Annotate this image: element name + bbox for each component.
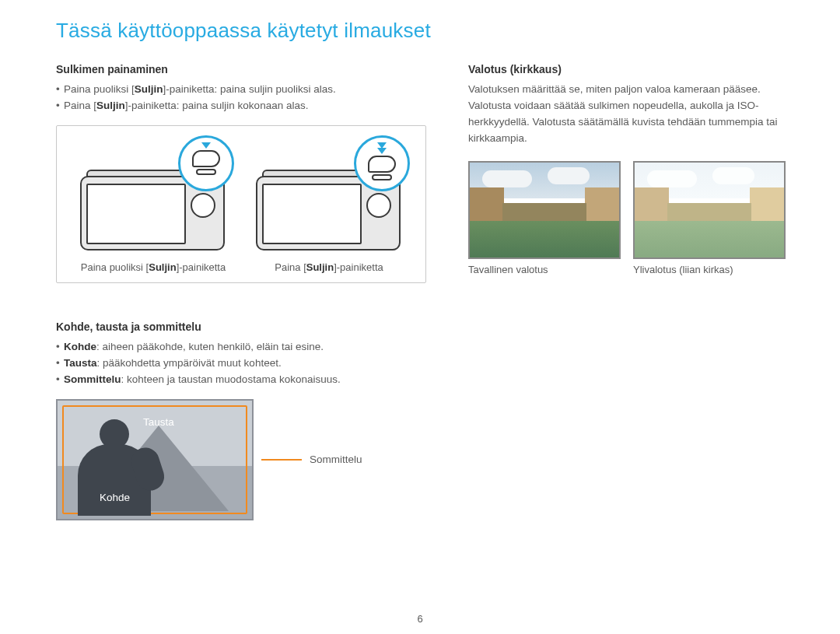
bold: Sommittelu — [64, 373, 121, 385]
composition-bullets: Kohde: aiheen pääkohde, kuten henkilö, e… — [56, 339, 426, 388]
bold: Kohde — [64, 341, 96, 352]
text: ]-painiketta: paina suljin kokonaan alas… — [125, 100, 309, 111]
cloud-icon — [647, 170, 697, 187]
river — [470, 221, 619, 257]
exposure-header: Valotus (kirkkaus) — [468, 63, 786, 75]
composition-bullet-3: Sommittelu: kohteen ja taustan muodostam… — [56, 372, 426, 388]
text: ]-painiketta — [177, 261, 226, 273]
shutter-button-icon — [196, 169, 216, 175]
thumb-icon — [368, 156, 396, 173]
text: Paina [ — [275, 261, 306, 273]
page-number: 6 — [417, 613, 422, 625]
camera-screen — [262, 184, 362, 244]
text: Paina [ — [64, 100, 96, 111]
camera-drawing — [251, 138, 407, 255]
text: ]-painiketta: paina suljin puoliksi alas… — [163, 83, 336, 95]
river — [635, 221, 784, 257]
label-kohde: Kohde — [100, 492, 130, 503]
composition-header: Kohde, tausta ja sommittelu — [56, 321, 426, 333]
photo-overexposed — [633, 161, 786, 259]
press-indicator-circle — [178, 135, 234, 191]
photo-col-normal: Tavallinen valotus — [468, 161, 621, 275]
bold: Suljin — [135, 83, 163, 95]
building-right — [585, 187, 619, 223]
arrow-down-icon — [377, 148, 387, 154]
press-indicator-circle — [354, 135, 410, 191]
text: : pääkohdetta ympäröivät muut kohteet. — [97, 357, 282, 369]
camera-dpad — [366, 193, 391, 218]
building-right — [750, 187, 784, 223]
person-silhouette — [72, 419, 157, 519]
arrow-down-icon — [201, 142, 211, 149]
cloud-icon — [482, 170, 532, 187]
photo-caption-overexposed: Ylivalotus (liian kirkas) — [633, 264, 786, 275]
shutter-figure-box: Paina puoliksi [Suljin]-painiketta — [56, 125, 426, 283]
shutter-bullet-2: Paina [Suljin]-painiketta: paina suljin … — [56, 98, 426, 114]
right-column: Valotus (kirkkaus) Valotuksen määrittää … — [468, 63, 786, 520]
shutter-bullet-1: Paina puoliksi [Suljin]-painiketta: pain… — [56, 82, 426, 98]
bridge — [502, 203, 586, 223]
figure-caption: Paina puoliksi [Suljin]-painiketta — [81, 261, 226, 273]
exposure-photos: Tavallinen valotus Ylivalotus (liian kir… — [468, 161, 786, 275]
composition-bullet-2: Tausta: pääkohdetta ympäröivät muut koht… — [56, 356, 426, 372]
photo-normal-exposure — [468, 161, 621, 259]
bridge — [667, 203, 751, 223]
shutter-header: Sulkimen painaminen — [56, 63, 426, 75]
bold: Suljin — [149, 261, 176, 273]
label-tausta: Tausta — [143, 416, 174, 428]
thumb-icon — [192, 150, 220, 167]
bold: Suljin — [306, 261, 334, 273]
bold: Tausta — [64, 357, 97, 369]
cloud-icon — [548, 167, 590, 184]
shutter-figure-full-press: Paina [Suljin]-painiketta — [245, 138, 413, 273]
text: ]-painiketta — [334, 261, 383, 273]
left-column: Sulkimen painaminen Paina puoliksi [Sulj… — [56, 63, 426, 520]
text: Paina puoliksi [ — [64, 83, 135, 95]
text: : kohteen ja taustan muodostama kokonais… — [121, 373, 341, 385]
text: : aiheen pääkohde, kuten henkilö, eläin … — [96, 341, 324, 352]
building-left — [635, 187, 669, 223]
label-sommittelu: Sommittelu — [310, 454, 362, 465]
composition-figure: Tausta Kohde Sommittelu — [56, 399, 426, 520]
shutter-button-icon — [372, 174, 392, 180]
photo-caption-normal: Tavallinen valotus — [468, 264, 621, 275]
person-body — [78, 444, 151, 516]
connector-line — [261, 459, 302, 461]
content-columns: Sulkimen painaminen Paina puoliksi [Sulj… — [56, 63, 784, 520]
building-left — [470, 187, 504, 223]
text: Paina puoliksi [ — [81, 261, 149, 273]
camera-screen — [86, 184, 186, 244]
photo-col-overexposed: Ylivalotus (liian kirkas) — [633, 161, 786, 275]
camera-dpad — [191, 193, 215, 218]
bold: Suljin — [96, 100, 125, 111]
shutter-bullets: Paina puoliksi [Suljin]-painiketta: pain… — [56, 82, 426, 114]
exposure-paragraph: Valotuksen määrittää se, miten paljon va… — [468, 82, 786, 147]
camera-drawing — [75, 138, 231, 255]
cloud-icon — [712, 167, 754, 184]
composition-frame: Tausta Kohde — [56, 399, 254, 520]
composition-bullet-1: Kohde: aiheen pääkohde, kuten henkilö, e… — [56, 339, 426, 356]
page-title: Tässä käyttöoppaassa käytetyt ilmaukset — [56, 19, 784, 43]
shutter-figure-half-press: Paina puoliksi [Suljin]-painiketta — [69, 138, 237, 273]
figure-caption: Paina [Suljin]-painiketta — [275, 261, 383, 273]
